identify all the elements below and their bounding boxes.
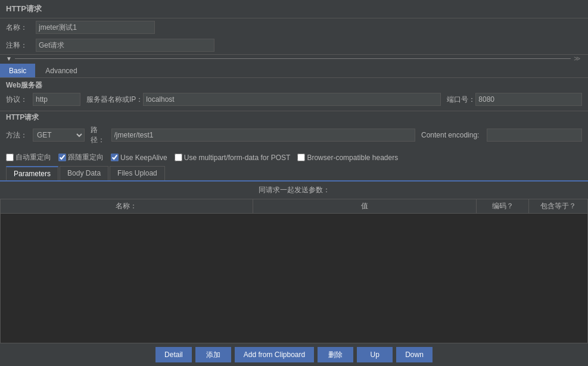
port-input[interactable] <box>475 93 582 106</box>
server-name-label: 服务器名称或IP： <box>86 95 143 105</box>
params-area: 同请求一起发送参数： 名称： 值 编码？ 包含等于？ <box>0 182 588 343</box>
follow-redirect-checkbox[interactable] <box>58 154 66 161</box>
collapse-line <box>15 58 571 59</box>
checkbox-multipart[interactable]: Use multipart/form-data for POST <box>175 154 291 162</box>
collapse-bar[interactable]: ▼ ≫ <box>0 54 588 62</box>
bottom-toolbar: Detail 添加 Add from Clipboard 删除 Up Down <box>0 343 588 366</box>
method-label: 方法： <box>6 130 33 140</box>
protocol-input[interactable] <box>33 93 80 106</box>
params-title: 同请求一起发送参数： <box>0 182 588 199</box>
method-path-row: 方法： GET POST PUT DELETE PATCH HEAD OPTIO… <box>6 125 582 145</box>
main-window: HTTP请求 名称： 注释： ▼ ≫ Basic Advanced Web服务器… <box>0 0 588 366</box>
name-input[interactable] <box>36 21 155 34</box>
checkboxes-row: 自动重定向 跟随重定向 Use KeepAlive Use multipart/… <box>0 150 588 165</box>
web-server-header: Web服务器 <box>6 80 582 90</box>
multipart-label: Use multipart/form-data for POST <box>184 154 291 162</box>
method-select[interactable]: GET POST PUT DELETE PATCH HEAD OPTIONS <box>33 129 85 142</box>
tab-parameters[interactable]: Parameters <box>6 166 58 180</box>
server-input[interactable] <box>143 93 441 106</box>
checkbox-auto-redirect[interactable]: 自动重定向 <box>6 152 51 162</box>
browser-headers-label: Browser-compatible headers <box>307 154 398 162</box>
tab-advanced[interactable]: Advanced <box>36 64 86 77</box>
http-request-header: HTTP请求 <box>6 112 582 123</box>
port-label: 端口号： <box>447 95 475 105</box>
checkbox-keep-alive[interactable]: Use KeepAlive <box>111 154 167 162</box>
checkbox-browser-headers[interactable]: Browser-compatible headers <box>297 154 398 162</box>
server-form-row: 协议： 服务器名称或IP： 端口号： <box>6 93 582 106</box>
col-include: 包含等于？ <box>529 199 588 214</box>
keep-alive-label: Use KeepAlive <box>120 154 167 162</box>
add-button[interactable]: 添加 <box>195 347 231 362</box>
down-button[interactable]: Down <box>396 347 433 362</box>
comment-label: 注释： <box>6 40 36 51</box>
title-bar: HTTP请求 <box>0 0 588 18</box>
params-table-header: 名称： 值 编码？ 包含等于？ <box>0 199 588 214</box>
multipart-checkbox[interactable] <box>175 154 182 161</box>
main-content: Web服务器 协议： 服务器名称或IP： 端口号： HTTP请求 方法： GET… <box>0 78 588 366</box>
encoding-label: Content encoding: <box>421 131 487 139</box>
detail-button[interactable]: Detail <box>155 347 192 362</box>
encoding-input[interactable] <box>487 129 582 142</box>
browser-headers-checkbox[interactable] <box>297 154 305 161</box>
col-encode: 编码？ <box>476 199 529 214</box>
auto-redirect-checkbox[interactable] <box>6 154 14 161</box>
col-value: 值 <box>253 199 476 214</box>
params-table-body <box>0 214 588 343</box>
auto-redirect-label: 自动重定向 <box>15 152 51 162</box>
keep-alive-checkbox[interactable] <box>111 154 119 161</box>
path-label: 路径： <box>91 125 111 145</box>
comment-input[interactable] <box>36 39 214 52</box>
window-title: HTTP请求 <box>6 4 42 13</box>
path-input[interactable] <box>111 129 416 142</box>
up-button[interactable]: Up <box>357 347 393 362</box>
protocol-label: 协议： <box>6 95 33 105</box>
add-from-clipboard-button[interactable]: Add from Clipboard <box>235 347 314 362</box>
comment-row: 注释： <box>0 36 588 54</box>
top-tabs-bar: Basic Advanced <box>0 62 588 78</box>
name-label: 名称： <box>6 23 36 33</box>
col-name: 名称： <box>1 199 253 214</box>
delete-button[interactable]: 删除 <box>318 347 353 362</box>
collapse-arrow-icon: ▼ <box>6 55 12 62</box>
http-request-section: HTTP请求 方法： GET POST PUT DELETE PATCH HEA… <box>0 111 588 150</box>
tab-body-data[interactable]: Body Data <box>60 166 108 180</box>
collapse-dots: ≫ <box>574 55 582 62</box>
checkbox-follow-redirect[interactable]: 跟随重定向 <box>58 152 104 162</box>
tab-files-upload[interactable]: Files Upload <box>110 166 165 180</box>
tab-basic[interactable]: Basic <box>0 64 35 77</box>
name-row: 名称： <box>0 18 588 36</box>
follow-redirect-label: 跟随重定向 <box>68 152 104 162</box>
web-server-section: Web服务器 协议： 服务器名称或IP： 端口号： <box>0 78 588 111</box>
inner-tabs-bar: Parameters Body Data Files Upload <box>0 165 588 182</box>
